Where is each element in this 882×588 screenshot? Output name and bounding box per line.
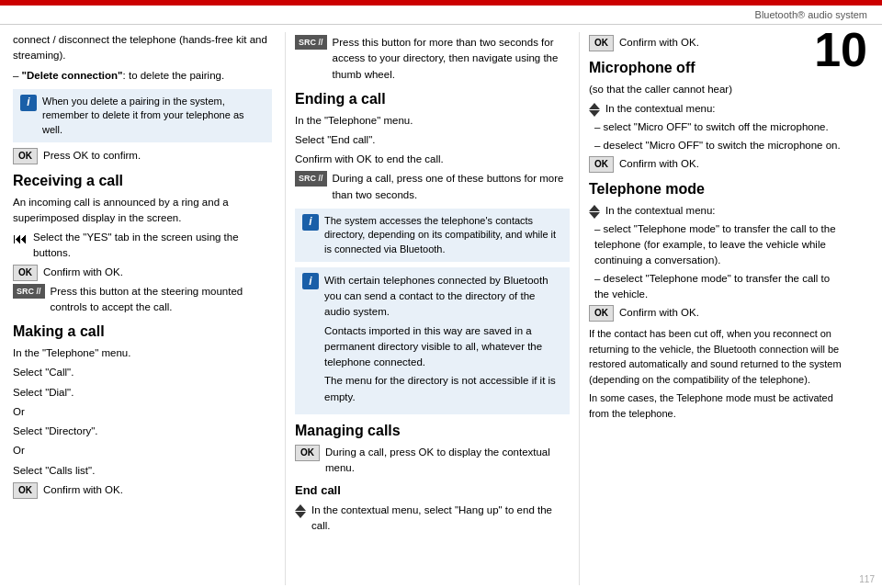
- arrow-down-icon-3: [589, 212, 600, 219]
- ok-button-5[interactable]: OK: [589, 35, 614, 51]
- confirm-end: Confirm with OK to end the call.: [295, 152, 570, 167]
- info-box-contacts: i The system accesses the telephone's co…: [295, 209, 570, 262]
- making-intro: In the "Telephone" menu.: [13, 345, 272, 361]
- middle-column: SRC // Press this button for more than t…: [285, 32, 579, 585]
- select-tel-mode: – select "Telephone mode" to transfer th…: [594, 221, 845, 269]
- ok-button-confirm[interactable]: OK: [13, 148, 38, 164]
- info-icon: i: [20, 95, 37, 111]
- contextual-menu-row: In the contextual menu:: [589, 101, 845, 117]
- info-box-delete: i When you delete a pairing in the syste…: [13, 89, 272, 142]
- src-press-row: SRC // Press this button for more than t…: [295, 35, 570, 83]
- select-directory: Select "Directory".: [13, 424, 272, 439]
- right-column: OK Confirm with OK. Microphone off (so t…: [579, 32, 854, 585]
- ok-button-6[interactable]: OK: [589, 156, 614, 173]
- confirm-ok2-row: OK Confirm with OK.: [13, 482, 272, 499]
- in-contextual-text: In the contextual menu:: [605, 101, 716, 117]
- telephone-heading: Telephone mode: [589, 180, 845, 199]
- end-call-text: In the contextual menu, select "Hang up"…: [311, 503, 570, 535]
- press-src-text: Press this button at the steering mounte…: [51, 284, 272, 316]
- page-header: Bluetooth® audio system: [0, 6, 882, 25]
- arrow-up-icon-2: [589, 103, 600, 109]
- during-call-src-row: SRC // During a call, press one of these…: [295, 171, 570, 203]
- ok-button-7[interactable]: OK: [589, 305, 614, 322]
- deselect-micro-off: – deselect "Micro OFF" to switch the mic…: [594, 138, 845, 153]
- chapter-number: 10: [814, 26, 867, 74]
- press-src-row: SRC // Press this button at the steering…: [13, 284, 272, 316]
- ok-during-row: OK During a call, press OK to display th…: [295, 445, 570, 477]
- ok-confirm-right-row: OK Confirm with OK.: [589, 35, 845, 51]
- rewind-icon: ⏮: [13, 230, 28, 247]
- info-box-bluetooth-content: With certain telephones connected by Blu…: [324, 273, 562, 409]
- arrow-buttons-3: [589, 203, 600, 219]
- receiving-heading: Receiving a call: [13, 172, 272, 191]
- ok-confirm-row: OK Press OK to confirm.: [13, 148, 272, 164]
- or-2: Or: [13, 443, 272, 458]
- intro-text: connect / disconnect the telephone (hand…: [13, 32, 272, 64]
- arrow-down-icon-2: [589, 110, 600, 117]
- src-button-3[interactable]: SRC //: [295, 171, 327, 186]
- info-icon-3: i: [302, 273, 319, 289]
- info-icon-2: i: [302, 214, 319, 231]
- confirm-ok-text: Confirm with OK.: [43, 265, 123, 280]
- ok-confirm2-text: Confirm with OK.: [619, 156, 699, 172]
- confirm-ok-row: OK Confirm with OK.: [13, 265, 272, 281]
- header-title: Bluetooth® audio system: [755, 9, 867, 20]
- micro-heading: Microphone off: [589, 59, 845, 78]
- telephone-mode-note: In some cases, the Telephone mode must b…: [589, 390, 845, 421]
- managing-heading: Managing calls: [295, 422, 570, 441]
- ending-intro: In the "Telephone" menu.: [295, 113, 570, 129]
- ok-button-3[interactable]: OK: [13, 482, 38, 499]
- in-contextual2-text: In the contextual menu:: [605, 203, 716, 219]
- arrow-buttons-2: [589, 101, 600, 117]
- ending-heading: Ending a call: [295, 90, 570, 109]
- ok-confirm3-text: Confirm with OK.: [619, 305, 699, 321]
- main-content: connect / disconnect the telephone (hand…: [0, 25, 882, 585]
- select-yes-text: Select the "YES" tab in the screen using…: [33, 230, 272, 262]
- select-end: Select "End call".: [295, 132, 570, 148]
- during-call-text: During a call, press one of these button…: [333, 171, 570, 203]
- ok-button-4[interactable]: OK: [295, 445, 320, 461]
- making-heading: Making a call: [13, 322, 272, 342]
- end-call-sub: End call: [295, 481, 570, 500]
- select-call: Select "Call".: [13, 365, 272, 380]
- arrow-up-icon: [295, 504, 306, 511]
- micro-sub: (so that the caller cannot hear): [589, 82, 845, 97]
- src-press-text: Press this button for more than two seco…: [333, 35, 570, 83]
- end-call-row: In the contextual menu, select "Hang up"…: [295, 503, 570, 535]
- left-column: connect / disconnect the telephone (hand…: [0, 32, 285, 585]
- bluetooth-reconnect: If the contact has been cut off, when yo…: [589, 326, 845, 387]
- confirm-ok2-text: Confirm with OK.: [43, 482, 123, 498]
- deselect-tel-mode: – deselect "Telephone mode" to transfer …: [594, 271, 845, 303]
- page-number: 117: [859, 574, 875, 584]
- ok-confirm-right: Confirm with OK.: [619, 35, 699, 51]
- src-button-2[interactable]: SRC //: [295, 35, 327, 50]
- ok-during-text: During a call, press OK to display the c…: [325, 445, 570, 477]
- arrow-up-icon-3: [589, 205, 600, 211]
- ok-confirm2-row: OK Confirm with OK.: [589, 156, 845, 173]
- or-1: Or: [13, 404, 272, 420]
- receiving-text: An incoming call is announced by a ring …: [13, 195, 272, 227]
- arrow-buttons: [295, 503, 306, 518]
- select-dial: Select "Dial".: [13, 385, 272, 401]
- contextual-menu2-row: In the contextual menu:: [589, 203, 845, 219]
- ok-button-2[interactable]: OK: [13, 265, 38, 281]
- ok-confirm-text: Press OK to confirm.: [43, 148, 141, 164]
- select-yes-row: ⏮ Select the "YES" tab in the screen usi…: [13, 230, 272, 262]
- info-box-bluetooth: i With certain telephones connected by B…: [295, 267, 570, 414]
- src-button[interactable]: SRC //: [13, 284, 45, 299]
- select-micro-off: – select "Micro OFF" to switch off the m…: [594, 119, 845, 135]
- select-calls: Select "Calls list".: [13, 463, 272, 479]
- arrow-down-icon: [295, 512, 306, 518]
- delete-text: – "Delete connection": to delete the pai…: [13, 68, 272, 84]
- ok-confirm3-row: OK Confirm with OK.: [589, 305, 845, 322]
